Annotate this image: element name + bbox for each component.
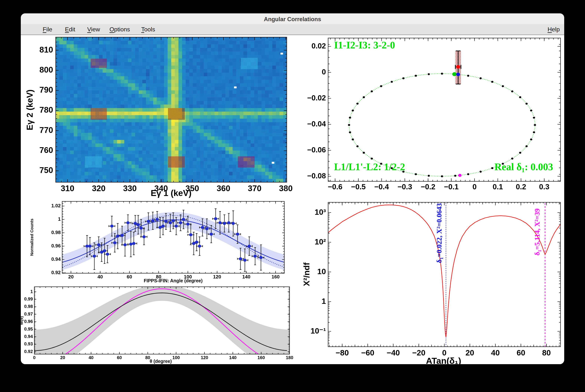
angle-plot-y-axis-title: Normalized Counts xyxy=(30,219,34,256)
chi2-y-axis-title: X²/ndf xyxy=(302,262,312,286)
ellipse-spin-label: I1-I2-I3: 3-2-0 xyxy=(334,39,395,51)
menu-item-file[interactable]: File xyxy=(43,26,52,33)
chi2-minimum-2-label: δ₁=5.114, X²=39 xyxy=(533,208,541,256)
heatmap-y-axis-title: Eγ 2 (keV) xyxy=(25,90,35,130)
coincidence-matrix-plot[interactable] xyxy=(22,35,301,199)
chi2-x-axis-title: ATan(δ₁) xyxy=(426,356,461,366)
wtheta-plot[interactable] xyxy=(15,284,299,366)
window-title: Angular Correlations xyxy=(21,16,564,23)
menu-item-tools[interactable]: Tools xyxy=(141,26,155,33)
menu-item-edit[interactable]: Edit xyxy=(65,26,75,33)
wtheta-x-axis-title: θ (degree) xyxy=(150,358,172,364)
chi2-minimum-1-label: δ₁=0.022, X²=0.0643 xyxy=(435,203,443,263)
ellipse-multipolarity-label: L1/L1'-L2: 1/2-2 xyxy=(334,161,405,172)
title-bar[interactable]: Angular Correlations xyxy=(21,13,564,24)
menu-item-help[interactable]: Help xyxy=(548,26,560,33)
screen: Angular Correlations FileEditViewOptions… xyxy=(0,0,585,392)
angle-plot-x-axis-title: FIPPS-IFIN: Angle (degree) xyxy=(144,278,202,284)
mixing-ellipse-plot[interactable] xyxy=(304,35,564,197)
menu-item-view[interactable]: View xyxy=(87,26,100,33)
ellipse-real-delta-label: Real δ₁: 0.003 xyxy=(494,161,553,172)
menu-item-options[interactable]: Options xyxy=(110,26,130,33)
wtheta-y-axis-title: W(θ) xyxy=(19,316,24,325)
menu-bar: FileEditViewOptionsToolsHelp xyxy=(21,24,564,35)
angle-correlation-plot[interactable] xyxy=(26,199,297,283)
heatmap-x-axis-title: Eγ 1 (keV) xyxy=(151,188,192,198)
